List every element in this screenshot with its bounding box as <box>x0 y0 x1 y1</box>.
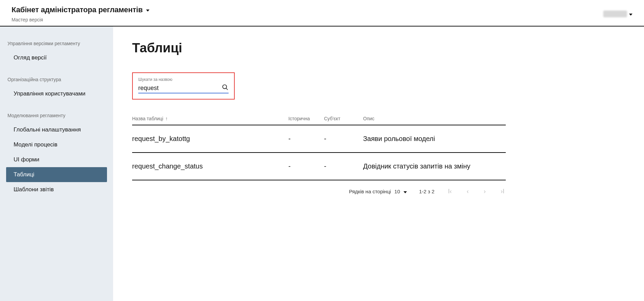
col-header-desc[interactable]: Опис <box>363 116 506 121</box>
svg-point-0 <box>223 85 227 89</box>
page-title: Таблиці <box>132 41 625 55</box>
rows-per-value: 10 <box>394 189 400 194</box>
cell-name: request_by_katottg <box>132 135 288 143</box>
app-title: Кабінет адміністратора регламентів <box>12 5 143 14</box>
col-header-historical[interactable]: Історична <box>288 116 324 121</box>
prev-page-icon[interactable]: ‹ <box>465 187 470 196</box>
cell-historical: - <box>288 162 324 170</box>
sidebar-item-report-templates[interactable]: Шаблони звітів <box>6 182 107 197</box>
user-menu[interactable] <box>603 11 632 17</box>
sidebar-item-version-overview[interactable]: Огляд версії <box>6 50 107 65</box>
sidebar-group-title: Організаційна структура <box>0 74 113 86</box>
rows-per-label: Рядків на сторінці <box>349 189 391 194</box>
sidebar-group-title: Управління версіями регламенту <box>0 38 113 50</box>
search-row <box>138 84 229 93</box>
svg-line-1 <box>226 88 228 90</box>
arrow-up-icon: ↑ <box>165 116 168 121</box>
table-header-row: Назва таблиці ↑ Історична Суб'єкт Опис <box>132 116 506 125</box>
col-header-name[interactable]: Назва таблиці ↑ <box>132 116 288 121</box>
pagination-bar: Рядків на сторінці 10 1-2 з 2 I‹ ‹ › ›I <box>132 187 506 196</box>
header-left: Кабінет адміністратора регламентів Масте… <box>12 5 149 22</box>
caret-down-icon <box>146 7 149 13</box>
cell-subject: - <box>324 135 363 143</box>
next-page-icon[interactable]: › <box>482 187 487 196</box>
body: Управління версіями регламенту Огляд вер… <box>0 26 644 301</box>
sidebar-item-ui-forms[interactable]: UI форми <box>6 152 107 167</box>
caret-down-icon <box>629 11 632 17</box>
pagination-range: 1-2 з 2 <box>419 189 434 194</box>
app-header: Кабінет адміністратора регламентів Масте… <box>0 0 644 26</box>
col-header-historical-label: Історична <box>288 116 310 121</box>
col-header-desc-label: Опис <box>363 116 374 121</box>
search-box-highlighted: Шукати за назвою <box>132 72 235 100</box>
search-label: Шукати за назвою <box>138 77 229 82</box>
sidebar-item-process-models[interactable]: Моделі процесів <box>6 137 107 152</box>
tables-list: Назва таблиці ↑ Історична Суб'єкт Опис r… <box>132 116 506 196</box>
search-input[interactable] <box>138 85 219 92</box>
main-content: Таблиці Шукати за назвою Назва таблиці ↑ <box>113 26 644 301</box>
cell-subject: - <box>324 162 363 170</box>
sidebar-group-title: Моделювання регламенту <box>0 110 113 122</box>
cell-name: request_change_status <box>132 162 288 170</box>
sidebar-item-users-mgmt[interactable]: Управління користувачами <box>6 86 107 101</box>
col-header-subject-label: Суб'єкт <box>324 116 340 121</box>
col-header-name-label: Назва таблиці <box>132 116 163 121</box>
rows-per-page[interactable]: Рядків на сторінці 10 <box>349 189 407 194</box>
last-page-icon[interactable]: ›I <box>499 187 506 196</box>
caret-down-icon <box>404 189 407 194</box>
table-row[interactable]: request_by_katottg - - Заяви рольової мо… <box>132 125 506 153</box>
sidebar: Управління версіями регламенту Огляд вер… <box>0 26 113 301</box>
col-header-subject[interactable]: Суб'єкт <box>324 116 363 121</box>
app-subtitle: Мастер версія <box>12 17 149 22</box>
search-icon[interactable] <box>222 84 229 92</box>
table-row[interactable]: request_change_status - - Довідник стату… <box>132 153 506 180</box>
app-title-row[interactable]: Кабінет адміністратора регламентів <box>12 5 149 14</box>
cell-desc: Заяви рольової моделі <box>363 135 506 143</box>
first-page-icon[interactable]: I‹ <box>447 187 453 196</box>
sidebar-item-tables[interactable]: Таблиці <box>6 167 107 182</box>
cell-desc: Довідник статусів запитів на зміну <box>363 162 506 170</box>
cell-historical: - <box>288 135 324 143</box>
sidebar-item-global-settings[interactable]: Глобальні налаштування <box>6 122 107 137</box>
user-name-obscured <box>603 11 627 17</box>
